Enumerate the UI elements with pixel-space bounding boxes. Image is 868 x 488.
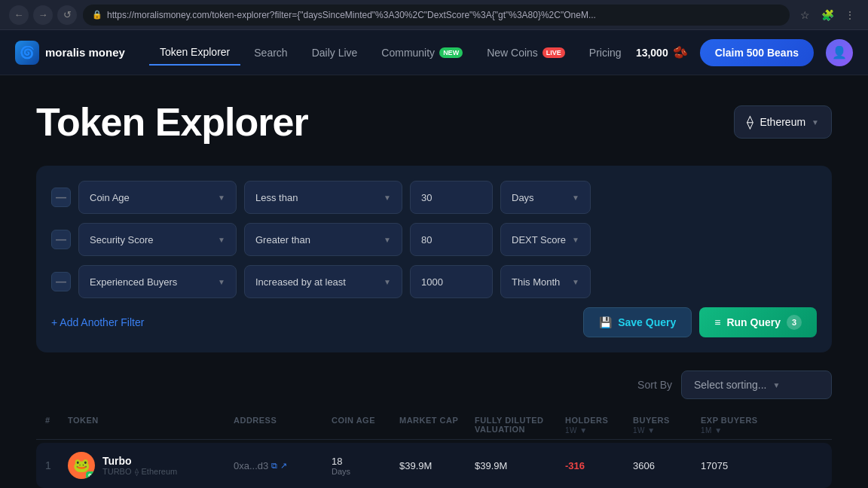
address-bar[interactable]: 🔒 https://moralismoney.com/token-explore… [83, 5, 790, 26]
chain-selector[interactable]: ⟠ Ethereum ▼ [734, 105, 832, 139]
nav-pricing[interactable]: Pricing [579, 41, 632, 65]
nav-community[interactable]: Community NEW [371, 41, 473, 65]
nav-token-explorer[interactable]: Token Explorer [149, 40, 240, 66]
save-query-button[interactable]: 💾 Save Query [583, 307, 692, 337]
browser-actions: ☆ 🧩 ⋮ [796, 6, 859, 24]
filter-field-2[interactable]: Security Score ▼ [78, 223, 237, 256]
nav-new-coins[interactable]: New Coins LIVE [476, 41, 576, 65]
filter-panel: — Coin Age ▼ Less than ▼ 30 Days ▼ — Sec… [36, 166, 832, 352]
page-header: Token Explorer ⟠ Ethereum ▼ [36, 99, 832, 145]
logo-icon: 🌀 [15, 41, 39, 65]
filter-value-1[interactable]: 30 [410, 181, 493, 214]
beans-count: 13,000 🫘 [636, 45, 688, 59]
condition-chevron-icon-3: ▼ [384, 278, 391, 286]
filter-value-3[interactable]: 1000 [410, 265, 493, 298]
holders-1: -316 [565, 460, 633, 471]
remove-filter-1[interactable]: — [51, 188, 71, 207]
add-filter-button[interactable]: + Add Another Filter [51, 316, 144, 328]
bookmark-button[interactable]: ☆ [796, 6, 814, 24]
token-avatar-1: 🐸 99 [68, 452, 95, 479]
filter-field-1[interactable]: Coin Age ▼ [78, 181, 237, 214]
th-exp-buyers: EXP BUYERS 1M ▼ [701, 416, 776, 435]
filter-condition-1[interactable]: Less than ▼ [244, 181, 402, 214]
exp-buyers-1: 17075 [701, 460, 776, 471]
filter-unit-2[interactable]: DEXT Score ▼ [500, 223, 591, 256]
field-chevron-icon-1: ▼ [218, 194, 225, 202]
coin-age-1: 18 Days [332, 456, 399, 476]
th-rank: # [45, 416, 68, 435]
lock-icon: 🔒 [92, 10, 102, 20]
th-market-cap: MARKET CAP [399, 416, 475, 435]
action-buttons: 💾 Save Query ≡ Run Query 3 [583, 307, 817, 337]
filter-condition-3[interactable]: Increased by at least ▼ [244, 265, 402, 298]
new-coins-badge: LIVE [542, 47, 565, 58]
sort-bar: Sort By Select sorting... ▼ [36, 371, 832, 399]
claim-button[interactable]: Claim 500 Beans [700, 39, 814, 66]
logo-text: moralis money [45, 46, 125, 59]
filter-actions: + Add Another Filter 💾 Save Query ≡ Run … [51, 307, 817, 337]
extensions-button[interactable]: 🧩 [818, 6, 836, 24]
unit-chevron-icon-1: ▼ [572, 194, 579, 202]
filter-row-1: — Coin Age ▼ Less than ▼ 30 Days ▼ [51, 181, 817, 214]
sort-select[interactable]: Select sorting... ▼ [681, 371, 832, 399]
query-count: 3 [787, 315, 802, 330]
run-query-button[interactable]: ≡ Run Query 3 [699, 307, 817, 337]
community-badge: NEW [439, 47, 463, 58]
copy-icon-1[interactable]: ⧉ [271, 461, 277, 471]
th-token: TOKEN [68, 416, 234, 435]
token-sub-1: TURBO ⟠ Ethereum [102, 467, 177, 476]
remove-filter-2[interactable]: — [51, 230, 71, 249]
chain-label: Ethereum [760, 116, 805, 128]
th-buyers: BUYERS 1W ▼ [633, 416, 701, 435]
external-link-icon-1[interactable]: ↗ [280, 461, 287, 471]
field-chevron-icon-2: ▼ [218, 236, 225, 244]
page-title: Token Explorer [36, 99, 308, 145]
forward-button[interactable]: → [33, 5, 53, 25]
condition-chevron-icon-2: ▼ [384, 236, 391, 244]
browser-bar: ← → ↺ 🔒 https://moralismoney.com/token-e… [0, 0, 868, 30]
unit-chevron-icon-3: ▼ [572, 278, 579, 286]
token-details-1: Turbo TURBO ⟠ Ethereum [102, 455, 177, 476]
th-holders: HOLDERS 1W ▼ [565, 416, 633, 435]
filter-unit-1[interactable]: Days ▼ [500, 181, 591, 214]
filter-field-3[interactable]: Experienced Buyers ▼ [78, 265, 237, 298]
condition-chevron-icon-1: ▼ [384, 194, 391, 202]
token-info-1: 🐸 99 Turbo TURBO ⟠ Ethereum [68, 452, 234, 479]
logo[interactable]: 🌀 moralis money [15, 41, 125, 65]
bean-icon: 🫘 [673, 45, 688, 59]
nav-daily-live[interactable]: Daily Live [301, 41, 368, 65]
row-rank-1: 1 [45, 459, 68, 471]
filter-row-2: — Security Score ▼ Greater than ▼ 80 DEX… [51, 223, 817, 256]
url-text: https://moralismoney.com/token-explorer?… [107, 10, 596, 20]
chain-chevron-icon: ▼ [811, 118, 819, 127]
nav-search[interactable]: Search [243, 41, 298, 65]
filter-value-2[interactable]: 80 [410, 223, 493, 256]
market-cap-1: $39.9M [399, 460, 475, 471]
table-header: # TOKEN ADDRESS COIN AGE MARKET CAP FULL… [36, 411, 832, 440]
remove-filter-3[interactable]: — [51, 272, 71, 291]
refresh-button[interactable]: ↺ [57, 5, 77, 25]
eth-icon: ⟠ [747, 114, 753, 130]
top-nav: 🌀 moralis money Token Explorer Search Da… [0, 30, 868, 75]
filter-condition-2[interactable]: Greater than ▼ [244, 223, 402, 256]
fdv-1: $39.9M [475, 460, 565, 471]
tokens-table: # TOKEN ADDRESS COIN AGE MARKET CAP FULL… [36, 411, 832, 488]
beans-number: 13,000 [636, 47, 668, 59]
nav-right: 13,000 🫘 Claim 500 Beans 👤 [636, 39, 853, 66]
field-chevron-icon-3: ▼ [218, 278, 225, 286]
nav-links: Token Explorer Search Daily Live Communi… [149, 40, 636, 66]
main-content: Token Explorer ⟠ Ethereum ▼ — Coin Age ▼… [0, 75, 868, 488]
sort-label: Sort By [637, 379, 672, 391]
filter-unit-3[interactable]: This Month ▼ [500, 265, 591, 298]
run-icon: ≡ [714, 316, 720, 328]
back-button[interactable]: ← [9, 5, 29, 25]
th-fdv: FULLY DILUTED VALUATION [475, 416, 565, 435]
table-row[interactable]: 1 🐸 99 Turbo TURBO ⟠ Ethereum 0xa...d3 [36, 443, 832, 488]
th-coin-age: COIN AGE [332, 416, 399, 435]
user-avatar[interactable]: 👤 [826, 39, 853, 66]
unit-chevron-icon-2: ▼ [572, 236, 579, 244]
chain-dot-1: ⟠ [135, 468, 139, 476]
sort-chevron-icon: ▼ [773, 381, 781, 389]
browser-nav: ← → ↺ [9, 5, 77, 25]
menu-button[interactable]: ⋮ [841, 6, 859, 24]
